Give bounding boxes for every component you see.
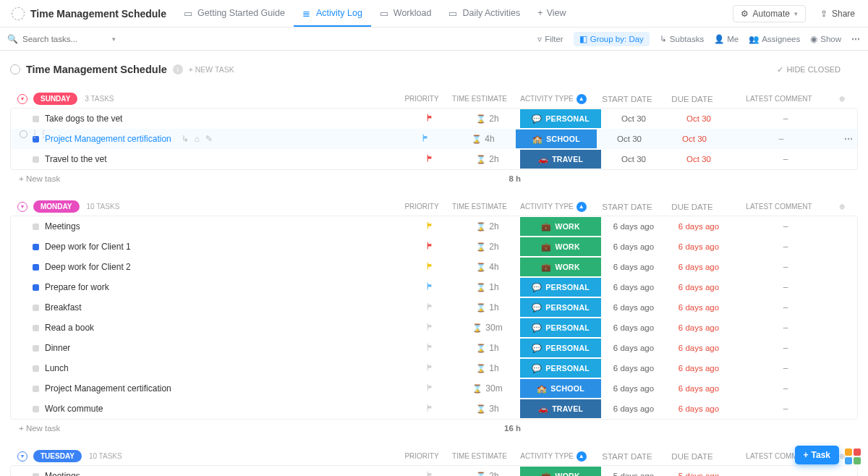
task-row[interactable]: Breakfast ⌛1h 💬PERSONAL 6 days ago 6 day…	[11, 297, 857, 318]
task-row[interactable]: Lunch ⌛1h 💬PERSONAL 6 days ago 6 days ag…	[11, 358, 857, 378]
due-date-cell[interactable]: 6 days ago	[666, 344, 731, 352]
group-by-button[interactable]: ◧Group by: Day	[574, 32, 650, 46]
status-square[interactable]	[33, 264, 39, 271]
task-row[interactable]: Project Management certification ⌛30m 🏫S…	[11, 378, 857, 399]
start-date-cell[interactable]: 6 days ago	[601, 404, 666, 413]
latest-comment-cell[interactable]: –	[731, 282, 840, 292]
status-square[interactable]	[33, 156, 39, 163]
task-row[interactable]: Take dogs to the vet ⌛2h 💬PERSONAL Oct 3…	[11, 109, 857, 129]
latest-comment-cell[interactable]: –	[731, 363, 840, 373]
status-square[interactable]	[33, 224, 39, 230]
latest-comment-cell[interactable]: –	[727, 134, 835, 144]
task-name[interactable]: Project Management certification	[45, 134, 171, 144]
share-button[interactable]: ⇪ Share	[813, 6, 862, 22]
latest-comment-cell[interactable]: –	[731, 323, 840, 333]
latest-comment-cell[interactable]: –	[731, 114, 840, 124]
due-date-cell[interactable]: 6 days ago	[666, 222, 731, 231]
task-name[interactable]: Meetings	[45, 471, 80, 476]
task-name[interactable]: Breakfast	[45, 302, 82, 313]
status-square[interactable]	[33, 284, 39, 291]
filter-button[interactable]: ▿Filter	[537, 34, 563, 44]
col-start-date[interactable]: START DATE	[595, 203, 660, 211]
group-collapse-toggle[interactable]: ▾	[17, 451, 27, 462]
tab-daily-activities[interactable]: ▭Daily Activities	[440, 0, 529, 27]
search-box[interactable]: 🔍 ▾	[7, 34, 116, 44]
time-estimate-cell[interactable]: ⌛30m	[455, 323, 520, 333]
time-estimate-cell[interactable]: ⌛2h	[455, 221, 520, 231]
priority-flag[interactable]	[404, 153, 455, 165]
time-estimate-cell[interactable]: ⌛30m	[455, 383, 520, 394]
activity-type-cell[interactable]: 💼WORK	[520, 237, 601, 256]
hide-closed-button[interactable]: ✓ HIDE CLOSED	[777, 65, 841, 75]
col-activity-type[interactable]: ACTIVITY TYPE▲	[513, 202, 594, 212]
start-date-cell[interactable]: 6 days ago	[601, 323, 666, 332]
task-row[interactable]: Meetings ⌛2h 💼WORK 6 days ago 6 days ago…	[11, 216, 857, 237]
task-name[interactable]: Dinner	[45, 343, 70, 353]
due-date-cell[interactable]: 6 days ago	[666, 364, 731, 373]
subtasks-button[interactable]: ↳Subtasks	[660, 34, 704, 44]
priority-flag[interactable]	[404, 403, 455, 415]
latest-comment-cell[interactable]: –	[731, 154, 840, 164]
tag-icon[interactable]: ⌂	[195, 134, 200, 144]
time-estimate-cell[interactable]: ⌛1h	[455, 343, 520, 353]
new-task-button[interactable]: + NEW TASK	[189, 65, 234, 74]
priority-flag[interactable]	[404, 362, 455, 374]
col-activity-type[interactable]: ACTIVITY TYPE▲	[513, 94, 594, 104]
start-date-cell[interactable]: 6 days ago	[601, 303, 666, 312]
row-more-button[interactable]: ⋯	[840, 134, 857, 144]
status-square[interactable]	[33, 305, 39, 311]
col-time-estimate[interactable]: TIME ESTIMATE	[447, 452, 512, 460]
col-due-date[interactable]: DUE DATE	[660, 203, 725, 211]
status-square[interactable]	[33, 386, 39, 392]
task-row[interactable]: Deep work for Client 1 ⌛2h 💼WORK 6 days …	[11, 237, 857, 257]
activity-type-cell[interactable]: 💬PERSONAL	[520, 109, 601, 128]
group-collapse-toggle[interactable]: ▾	[17, 94, 27, 104]
group-badge[interactable]: SUNDAY	[33, 93, 77, 105]
col-start-date[interactable]: START DATE	[595, 95, 660, 103]
due-date-cell[interactable]: 6 days ago	[666, 283, 731, 292]
due-date-cell[interactable]: 6 days ago	[666, 404, 731, 413]
col-priority[interactable]: PRIORITY	[396, 452, 447, 460]
task-name[interactable]: Lunch	[45, 363, 69, 373]
status-square[interactable]	[33, 116, 39, 122]
col-due-date[interactable]: DUE DATE	[660, 452, 725, 461]
status-square[interactable]	[33, 244, 39, 250]
search-input[interactable]	[22, 35, 108, 43]
latest-comment-cell[interactable]: –	[731, 242, 840, 252]
add-view-button[interactable]: + View	[529, 8, 574, 20]
time-estimate-cell[interactable]: ⌛4h	[451, 134, 516, 144]
task-row[interactable]: Travel to the vet ⌛2h 🚗TRAVEL Oct 30 Oct…	[11, 149, 857, 169]
task-name[interactable]: Work commute	[45, 404, 103, 414]
priority-flag[interactable]	[404, 113, 455, 124]
priority-flag[interactable]	[404, 261, 455, 273]
col-start-date[interactable]: START DATE	[595, 452, 660, 461]
start-date-cell[interactable]: Oct 30	[601, 114, 666, 123]
status-square[interactable]	[33, 473, 39, 477]
latest-comment-cell[interactable]: –	[731, 302, 840, 313]
activity-type-cell[interactable]: 💬PERSONAL	[520, 298, 601, 317]
latest-comment-cell[interactable]: –	[731, 262, 840, 272]
latest-comment-cell[interactable]: –	[731, 221, 840, 231]
task-row[interactable]: Prepare for work ⌛1h 💬PERSONAL 6 days ag…	[11, 277, 857, 297]
start-date-cell[interactable]: 6 days ago	[601, 384, 666, 393]
status-square[interactable]	[33, 406, 39, 412]
group-badge[interactable]: MONDAY	[33, 200, 80, 213]
latest-comment-cell[interactable]: –	[731, 343, 840, 353]
due-date-cell[interactable]: Oct 30	[666, 155, 731, 163]
priority-flag[interactable]	[400, 133, 451, 145]
subtask-icon[interactable]: ↳	[182, 134, 189, 144]
due-date-cell[interactable]: 6 days ago	[666, 242, 731, 251]
status-square[interactable]	[33, 365, 39, 372]
task-name[interactable]: Deep work for Client 2	[45, 262, 131, 272]
due-date-cell[interactable]: 6 days ago	[666, 263, 731, 271]
time-estimate-cell[interactable]: ⌛1h	[455, 363, 520, 373]
group-collapse-toggle[interactable]: ▾	[17, 202, 27, 212]
show-button[interactable]: ◉Show	[810, 34, 841, 44]
start-date-cell[interactable]: 6 days ago	[601, 263, 666, 271]
activity-type-cell[interactable]: 💬PERSONAL	[520, 339, 601, 357]
more-menu-button[interactable]: ⋯	[851, 34, 861, 44]
priority-flag[interactable]	[404, 342, 455, 354]
drag-handle-icon[interactable]: ⋮⋮	[30, 129, 48, 139]
due-date-cell[interactable]: Oct 30	[662, 135, 727, 143]
col-latest-comment[interactable]: LATEST COMMENT	[725, 203, 833, 211]
